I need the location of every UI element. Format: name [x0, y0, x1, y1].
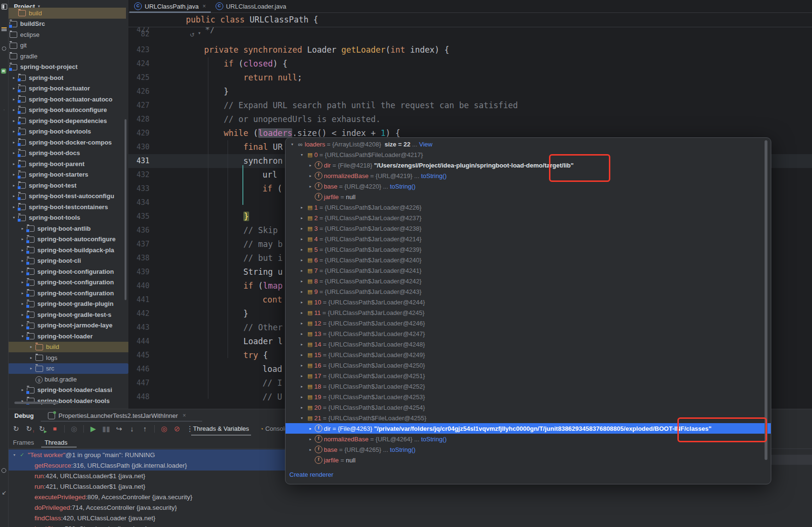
rerun-failed-tests-icon[interactable]: ↻!	[23, 423, 34, 435]
field-jarfile-21[interactable]: fjarfile = null	[286, 455, 771, 465]
create-renderer-link[interactable]: Create renderer	[286, 469, 771, 480]
tab-urlclasspath[interactable]: C URLClassPath.java ×	[129, 0, 211, 12]
project-tool-icon[interactable]	[1, 4, 7, 10]
element-6[interactable]: ▸▤6 = {URLClassPath$JarLoader@4240}	[286, 255, 771, 265]
tree-item-buildSrc[interactable]: buildSrc	[8, 19, 126, 30]
chevron-down-icon[interactable]: ▾	[11, 453, 18, 457]
tree-item-build[interactable]: ▸build	[8, 342, 128, 353]
view-breakpoints-icon[interactable]: ◎	[159, 423, 170, 435]
debug-session-tab[interactable]: PropertiesLauncherTests2.testJarWithInne…	[58, 412, 178, 419]
frame-row[interactable]: doPrivileged:714, AccessController {java…	[8, 502, 535, 513]
tree-item-spring-boot-dependencies[interactable]: ▸spring-boot-dependencies	[8, 115, 126, 126]
tree-item-spring-boot-gradle-plugin[interactable]: ▸spring-boot-gradle-plugin	[8, 299, 128, 310]
tree-item-spring-boot-loader-classi[interactable]: ▸spring-boot-loader-classi	[8, 385, 128, 396]
code-line-423[interactable]: 423private synchronized Loader getLoader…	[128, 43, 812, 57]
resume-icon[interactable]: ▶	[88, 423, 99, 435]
tab-frames[interactable]: Frames	[13, 437, 34, 449]
element-11[interactable]: ▸▤11 = {URLClassPath$JarLoader@4245}	[286, 307, 771, 318]
tree-item-spring-boot-configuration[interactable]: ▸spring-boot-configuration	[8, 288, 128, 299]
element-5[interactable]: ▸▤5 = {URLClassPath$JarLoader@4239}	[286, 244, 771, 255]
tree-item-logs[interactable]: ▸logs	[8, 352, 128, 363]
field-base-21[interactable]: ▸fbase = {URL@4265} ... toString()	[286, 444, 771, 455]
tree-item-spring-boot-actuator[interactable]: ▸spring-boot-actuator	[8, 83, 126, 94]
element-19[interactable]: ▸▤19 = {URLClassPath$JarLoader@4253}	[286, 392, 771, 402]
tree-item-spring-boot-autoconfigure[interactable]: ▸spring-boot-autoconfigure	[8, 234, 128, 245]
frame-row[interactable]: findClass:420, URLClassLoader {java.net}	[8, 513, 535, 523]
code-line-426[interactable]: 426}	[128, 85, 812, 99]
close-icon[interactable]: ×	[183, 412, 186, 419]
mute-breakpoints-icon[interactable]: ⊘	[172, 423, 183, 435]
code-line-425[interactable]: 425return null;	[128, 71, 812, 85]
element-3[interactable]: ▸▤3 = {URLClassPath$JarLoader@4238}	[286, 223, 771, 234]
tab-urlclassloader[interactable]: C URLClassLoader.java	[211, 0, 291, 12]
project-horizontal-scrollbar[interactable]	[14, 402, 58, 404]
tree-item-spring-boot[interactable]: ▸spring-boot	[8, 72, 126, 83]
tree-item-spring-boot-project[interactable]: spring-boot-project	[8, 62, 126, 73]
element-18[interactable]: ▸▤18 = {URLClassPath$JarLoader@4252}	[286, 381, 771, 392]
tree-item-src[interactable]: ▸src	[8, 363, 128, 374]
tab-threads-and-variables[interactable]: Threads & Variables	[193, 422, 249, 436]
frame-row[interactable]: loadClass:592, ClassLoader {java.lang}	[8, 523, 535, 527]
chevron-icon[interactable]: ▸	[27, 356, 35, 360]
step-out-icon[interactable]: ↑	[139, 423, 150, 435]
close-icon[interactable]: ×	[203, 3, 206, 10]
tree-item-spring-boot-actuator-autoco[interactable]: ▸spring-boot-actuator-autoco	[8, 94, 126, 105]
code-line-427[interactable]: 427// Expand URL search path until the r…	[128, 99, 812, 112]
frame-row[interactable]: executePrivileged:809, AccessController …	[8, 492, 535, 502]
project-vertical-scrollbar[interactable]	[125, 119, 126, 300]
watch-icon[interactable]: ◎	[69, 423, 80, 435]
element-9[interactable]: ▸▤9 = {URLClassPath$JarLoader@4243}	[286, 286, 771, 297]
override-marker-icon[interactable]: ↺	[190, 32, 194, 38]
step-over-icon[interactable]: ↪	[114, 423, 125, 435]
debug-tool-icon[interactable]	[1, 468, 6, 473]
element-20[interactable]: ▸▤20 = {URLClassPath$JarLoader@4254}	[286, 402, 771, 413]
tree-item-spring-boot-autoconfigure[interactable]: ▸spring-boot-autoconfigure	[8, 105, 126, 116]
chevron-icon[interactable]: ▸	[27, 345, 35, 349]
tree-item-spring-boot-cli[interactable]: ▸spring-boot-cli	[8, 256, 128, 267]
tree-item-spring-boot-devtools[interactable]: ▸spring-boot-devtools	[8, 126, 126, 137]
element-13[interactable]: ▸▤13 = {URLClassPath$JarLoader@4247}	[286, 328, 771, 339]
element-1[interactable]: ▸▤1 = {URLClassPath$JarLoader@4226}	[286, 202, 771, 213]
tree-item-spring-boot-testcontainers[interactable]: ▸spring-boot-testcontainers	[8, 202, 126, 213]
element-16[interactable]: ▸▤16 = {URLClassPath$JarLoader@4250}	[286, 360, 771, 370]
tree-item-spring-boot-antlib[interactable]: ▸spring-boot-antlib	[8, 223, 128, 234]
tree-item-spring-boot-test-autoconfigu[interactable]: ▸spring-boot-test-autoconfigu	[8, 191, 126, 202]
element-12[interactable]: ▸▤12 = {URLClassPath$JarLoader@4246}	[286, 318, 771, 328]
tree-item-spring-boot-tools[interactable]: ▾spring-boot-tools	[8, 213, 126, 224]
field-jarfile[interactable]: fjarfile = null	[286, 191, 771, 202]
rerun-icon[interactable]: ↻	[11, 423, 22, 435]
element-15[interactable]: ▸▤15 = {URLClassPath$JarLoader@4249}	[286, 349, 771, 360]
element-14[interactable]: ▸▤14 = {URLClassPath$JarLoader@4248}	[286, 339, 771, 349]
field-dir[interactable]: ▸fdir = {File@4218} "/Users/zengsl/Proje…	[286, 160, 771, 170]
tree-item-spring-boot-jarmode-laye[interactable]: ▸spring-boot-jarmode-laye	[8, 320, 128, 331]
tree-item-spring-boot-starters[interactable]: ▸spring-boot-starters	[8, 169, 126, 180]
popup-scrollbar[interactable]	[765, 140, 767, 460]
tree-item-spring-boot-loader-tools[interactable]: ▸spring-boot-loader-tools	[8, 395, 128, 406]
fold-chevron-icon[interactable]: ▾	[198, 31, 201, 35]
tree-item-spring-boot-buildpack-pla[interactable]: ▸spring-boot-buildpack-pla	[8, 245, 128, 256]
tree-item-spring-boot-configuration[interactable]: ▸spring-boot-configuration	[8, 277, 128, 288]
tree-item-spring-boot-test[interactable]: ▸spring-boot-test	[8, 180, 126, 191]
run-tool-icon[interactable]: R	[1, 68, 6, 74]
tree-item-spring-boot-configuration[interactable]: ▸spring-boot-configuration	[8, 266, 128, 277]
tree-item-build.gradle[interactable]: build.gradle	[8, 374, 128, 385]
tree-item-spring-boot-docker-compos[interactable]: ▸spring-boot-docker-compos	[8, 137, 126, 148]
more-tools-icon[interactable]: ·	[0, 106, 8, 113]
commit-tool-icon[interactable]	[2, 46, 6, 51]
tree-item-spring-boot-docs[interactable]: ▸spring-boot-docs	[8, 148, 126, 159]
tree-item-spring-boot-loader[interactable]: ▾spring-boot-loader	[8, 331, 128, 342]
field-base[interactable]: ▸fbase = {URL@4220} ... toString()	[286, 181, 771, 191]
field-normalizedBase[interactable]: ▸fnormalizedBase = {URL@4219} ... toStri…	[286, 170, 771, 181]
step-into-icon[interactable]: ↓	[126, 423, 137, 435]
stop-icon[interactable]: ■	[49, 423, 60, 435]
element-10[interactable]: ▸▤10 = {URLClassPath$JarLoader@4244}	[286, 297, 771, 307]
element-7[interactable]: ▸▤7 = {URLClassPath$JarLoader@4241}	[286, 265, 771, 276]
tree-item-git[interactable]: git	[8, 40, 126, 51]
code-line-424[interactable]: 424if (closed) {	[128, 57, 812, 71]
restart-icon[interactable]: ↻▶	[36, 423, 47, 435]
step-tool-icon[interactable]: ↙	[0, 489, 8, 496]
element-2[interactable]: ▸▤2 = {URLClassPath$JarLoader@4237}	[286, 213, 771, 223]
tree-item-build[interactable]: build	[8, 8, 126, 19]
structure-tool-icon[interactable]	[0, 27, 8, 34]
tree-item-spring-boot-parent[interactable]: ▸spring-boot-parent	[8, 158, 126, 169]
